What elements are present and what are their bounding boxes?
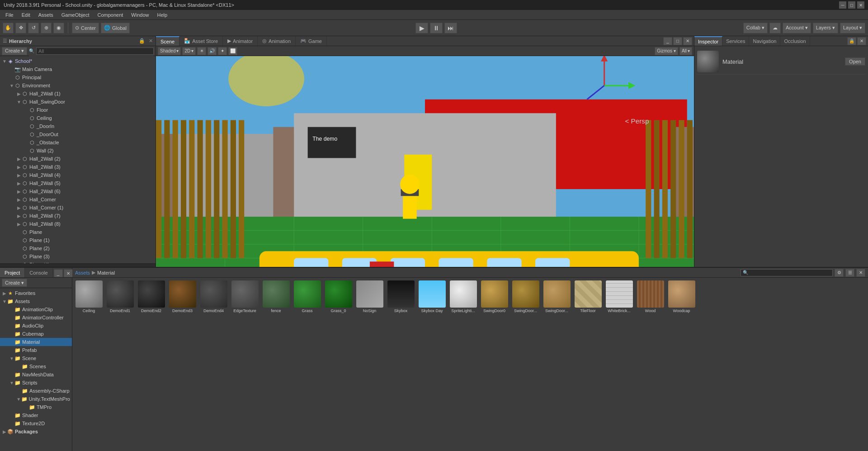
tree-item-doorout[interactable]: ⬡ _DoorOut [0,130,156,138]
pivot-global-button[interactable]: 🌐 Global [101,23,130,33]
material-item-woodcap[interactable]: Woodcap [667,280,696,449]
tree-item-school[interactable]: ▼ ◈ School* [0,57,156,65]
scene-panel-minimize[interactable]: _ [663,37,672,45]
assets-close-button[interactable]: ✕ [856,269,865,277]
tool-move[interactable]: ✥ [15,23,26,33]
assets-search-input[interactable] [749,269,830,276]
menu-help[interactable]: Help [153,11,171,19]
tree-item-plane3[interactable]: ⬡Plane (3) [0,252,156,261]
fx-toggle[interactable]: ✦ [218,47,227,55]
material-item-ceiling[interactable]: Ceiling [74,280,104,449]
material-item-whitebrick[interactable]: WhiteBrick... [604,280,634,449]
play-button[interactable]: ▶ [415,23,428,33]
menu-assets[interactable]: Assets [35,11,57,19]
gizmos-dropdown[interactable]: Gizmos ▾ [655,47,678,55]
inspector-panel-close[interactable]: ✕ [857,37,866,45]
tree-item-unitytmp[interactable]: ▼ 📁 Unity.TextMeshPro [0,395,72,403]
tree-item-animctrl[interactable]: 📁AnimatorController [0,313,72,322]
tool-rect[interactable]: ◉ [53,23,64,33]
mode-dropdown[interactable]: 2D ▾ [182,47,196,55]
tree-item-floor[interactable]: ⬡ Floor [0,106,156,114]
material-item-swingdoor[interactable]: SwingDoor... [511,280,540,449]
tree-item-environment[interactable]: ▼ ⬡ Environment [0,81,156,90]
tab-navigation[interactable]: Navigation [749,36,780,46]
material-item-edgetexture[interactable]: EdgeTexture [230,280,259,449]
pause-button[interactable]: ⏸ [430,23,443,33]
material-item-skyboxday[interactable]: Skybox Day [417,280,447,449]
all-dropdown[interactable]: All ▾ [679,47,692,55]
tree-item-hall2wall5[interactable]: ▶ ⬡ Hall_2Wall (5) [0,179,156,187]
menu-window[interactable]: Window [127,11,152,19]
tree-item-obstacle[interactable]: ⬡ _Obstacle [0,138,156,147]
hierarchy-panel-close[interactable]: ✕ [149,38,153,44]
material-item-fence[interactable]: fence [261,280,291,449]
tree-item-hallswingdoor[interactable]: ▼ ⬡ Hall_SwingDoor [0,98,156,106]
hierarchy-create-button[interactable]: Create ▾ [2,47,27,55]
menu-file[interactable]: File [2,11,17,19]
tree-item-hall2wall7[interactable]: ▶ ⬡ Hall_2Wall (7) [0,212,156,220]
project-create-button[interactable]: Create ▾ [2,279,27,287]
project-panel-minimize[interactable]: _ [54,269,63,277]
material-item-grass0[interactable]: Grass_0 [324,280,353,449]
tree-item-navmeshdata[interactable]: 📁NavMeshData [0,370,72,379]
tree-item-hall2wall4[interactable]: ▶ ⬡ Hall_2Wall (4) [0,171,156,179]
layout-button[interactable]: Layout ▾ [840,23,865,33]
menu-gameobject[interactable]: GameObject [58,11,93,19]
shading-dropdown[interactable]: Shaded ▾ [158,47,181,55]
tree-item-material[interactable]: 📁Material [0,338,72,346]
tree-item-texture2d[interactable]: 📁Texture2D [0,419,72,427]
material-item-demoend4[interactable]: DemoEnd4 [199,280,228,449]
material-item-demoend2[interactable]: DemoEnd2 [137,280,166,449]
tree-item-scene-folder[interactable]: ▼ 📁 Scene [0,354,72,362]
tree-item-shader[interactable]: 📁Shader [0,411,72,419]
tree-item-audioclip[interactable]: 📁AudioClip [0,322,72,330]
material-item-swingdoor2[interactable]: SwingDoor... [542,280,571,449]
scene-viewport[interactable]: BUS STOP [156,56,694,267]
tree-item-prefab[interactable]: 📁Prefab [0,346,72,354]
tab-inspector[interactable]: Inspector [694,36,722,46]
tab-occlusion[interactable]: Occlusion [780,36,810,46]
tree-item-plane1[interactable]: ⬡Plane (1) [0,236,156,244]
hierarchy-panel-lock[interactable]: 🔒 [139,38,145,44]
scene-panel-close[interactable]: ✕ [683,37,692,45]
tree-item-hall2wall8[interactable]: ▶ ⬡ Hall_2Wall (8) [0,220,156,228]
maximize-button[interactable]: □ [848,1,855,9]
tree-item-cubemap[interactable]: 📁Cubemap [0,330,72,338]
material-item-swingdoor0[interactable]: SwingDoor0 [480,280,509,449]
audio-toggle[interactable]: 🔊 [208,47,217,55]
tree-item-hall2wall1[interactable]: ▶ ⬡ Hall_2Wall (1) [0,90,156,98]
tab-animator[interactable]: ▶ Animator [223,36,258,46]
tree-item-principal[interactable]: ⬡ Principal [0,73,156,81]
tab-services[interactable]: Services [722,36,749,46]
assets-toggle-button[interactable]: ☰ [845,269,854,277]
project-panel-close[interactable]: ✕ [64,269,73,277]
tab-game[interactable]: 🎮 Game [296,36,327,46]
tree-item-tmpro[interactable]: 📁TMPro [0,403,72,411]
minimize-button[interactable]: ─ [839,1,846,9]
material-item-grass[interactable]: Grass [292,280,322,449]
close-button[interactable]: ✕ [857,1,864,9]
tree-item-wall2[interactable]: ⬡ Wall (2) [0,147,156,155]
tree-item-plane2[interactable]: ⬡Plane (2) [0,244,156,252]
tool-scale[interactable]: ⊕ [41,23,52,33]
assets-settings-button[interactable]: ⚙ [835,269,844,277]
open-button[interactable]: Open [845,57,865,66]
menu-component[interactable]: Component [94,11,127,19]
tool-hand[interactable]: ✋ [3,23,14,33]
tree-item-hall2wall3[interactable]: ▶ ⬡ Hall_2Wall (3) [0,163,156,171]
tool-rotate[interactable]: ↺ [28,23,39,33]
menu-edit[interactable]: Edit [18,11,34,19]
tree-item-doorin[interactable]: ⬡ _DoorIn [0,122,156,130]
tree-item-hall2wall6[interactable]: ▶ ⬡ Hall_2Wall (6) [0,187,156,195]
skybox-toggle[interactable]: ⬜ [228,47,237,55]
material-item-tilefloor[interactable]: TileFloor [573,280,603,449]
pivot-center-button[interactable]: ⊙ Center [72,23,99,33]
tree-item-favorites[interactable]: ▶ ★ Favorites [0,289,72,297]
collab-button[interactable]: Collab ▾ [743,23,768,33]
tree-item-assembly-csharp[interactable]: 📁Assembly-CSharp [0,387,72,395]
lighting-toggle[interactable]: ☀ [197,47,206,55]
tree-item-hallcorner1[interactable]: ▶ ⬡ Hall_Corner (1) [0,204,156,212]
tree-item-scripts[interactable]: ▼ 📁 Scripts [0,379,72,387]
material-item-nosign[interactable]: NoSign [355,280,384,449]
tree-item-scenes[interactable]: 📁Scenes [0,362,72,370]
